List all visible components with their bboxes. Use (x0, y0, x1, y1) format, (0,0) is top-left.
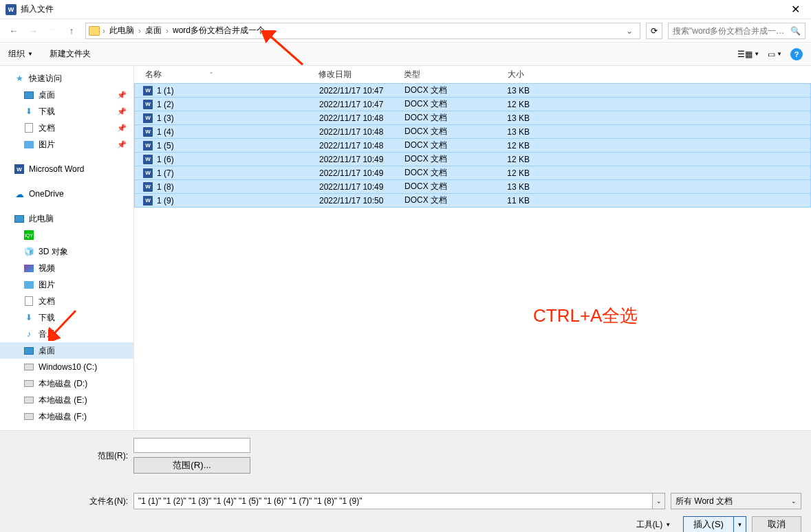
file-row[interactable]: W1 (4)2022/11/17 10:48DOCX 文档13 KB (134, 124, 811, 139)
close-button[interactable]: ✕ (786, 3, 805, 16)
file-row[interactable]: W1 (6)2022/11/17 10:49DOCX 文档12 KB (134, 152, 811, 166)
forward-button[interactable]: → (25, 23, 41, 39)
file-date: 2022/11/17 10:47 (319, 100, 404, 109)
range-button[interactable]: 范围(R)... (133, 457, 250, 474)
file-row[interactable]: W1 (3)2022/11/17 10:48DOCX 文档13 KB (134, 111, 811, 125)
file-date: 2022/11/17 10:48 (319, 113, 404, 123)
insert-split-button: 插入(S) ▼ (683, 516, 746, 532)
folder-icon (89, 26, 100, 36)
title-bar: W 插入文件 ✕ (0, 0, 811, 19)
sidebar-label: 此电脑 (29, 213, 54, 225)
sidebar-item-quickaccess[interactable]: ★ 快速访问 (0, 70, 133, 87)
file-icon: W (142, 181, 154, 192)
breadcrumb[interactable]: › 此电脑 › 桌面 › word多份文档合并成一个 ⌄ (85, 23, 640, 39)
music-icon: ♪ (23, 329, 34, 340)
breadcrumb-item[interactable]: 桌面 (141, 25, 166, 36)
column-name[interactable]: 名称 ˄ (141, 66, 314, 83)
sidebar-item-ddrive[interactable]: 本地磁盘 (D:) (0, 375, 133, 392)
insert-dropdown[interactable]: ▼ (734, 516, 746, 532)
sidebar-item-pictures2[interactable]: 图片 (0, 276, 133, 293)
iqiyi-icon: iQY (24, 230, 34, 240)
sidebar-item-documents[interactable]: 文档 📌 (0, 120, 133, 136)
file-row[interactable]: W1 (1)2022/11/17 10:47DOCX 文档13 KB (134, 83, 811, 98)
sidebar-item-msword[interactable]: W Microsoft Word (0, 161, 133, 177)
drive-icon (24, 413, 34, 420)
tools-menu[interactable]: 工具(L) ▼ (629, 517, 678, 533)
up-button[interactable]: ↑ (63, 23, 80, 39)
pc-icon (14, 215, 24, 223)
sidebar-item-cdrive[interactable]: Windows10 (C:) (0, 359, 133, 375)
file-name: 1 (3) (154, 113, 319, 123)
file-type: DOCX 文档 (404, 112, 487, 124)
range-input[interactable] (133, 438, 250, 453)
sidebar-item-videos[interactable]: 视频 (0, 260, 133, 276)
file-date: 2022/11/17 10:48 (319, 141, 404, 151)
recent-dropdown[interactable]: ﹀ (44, 23, 61, 39)
sidebar-item-fdrive[interactable]: 本地磁盘 (F:) (0, 408, 133, 425)
file-type: DOCX 文档 (404, 140, 487, 151)
filetype-select[interactable]: 所有 Word 文档 ⌄ (671, 493, 801, 509)
sidebar-item-thispc[interactable]: 此电脑 (0, 210, 133, 227)
chevron-down-icon: ⌄ (791, 498, 797, 505)
preview-pane-button[interactable]: ▭ ▼ (768, 49, 782, 59)
file-row[interactable]: W1 (8)2022/11/17 10:49DOCX 文档13 KB (134, 179, 811, 194)
file-row[interactable]: W1 (9)2022/11/17 10:50DOCX 文档11 KB (134, 193, 811, 208)
breadcrumb-item[interactable]: 此电脑 (105, 25, 138, 36)
drive-icon (24, 364, 34, 370)
breadcrumb-item[interactable]: word多份文档合并成一个 (169, 25, 269, 36)
sidebar-item-desktop[interactable]: 桌面 📌 (0, 87, 133, 103)
sidebar-label: 图片 (39, 279, 55, 291)
sidebar-label: 桌面 (39, 345, 55, 357)
new-folder-button[interactable]: 新建文件夹 (50, 48, 91, 60)
file-size: 12 KB (487, 100, 542, 109)
sidebar-item-iqiyi[interactable]: iQY (0, 227, 133, 243)
file-name: 1 (1) (154, 86, 319, 96)
sidebar-item-edrive[interactable]: 本地磁盘 (E:) (0, 392, 133, 408)
download-icon: ⬇ (23, 312, 34, 323)
drive-icon (24, 380, 34, 387)
column-date[interactable]: 修改日期 (314, 66, 400, 83)
file-date: 2022/11/17 10:49 (319, 182, 404, 192)
cancel-button[interactable]: 取消 (752, 516, 801, 532)
sidebar-label: 快速访问 (29, 73, 62, 85)
chevron-down-icon: ▼ (754, 51, 759, 57)
sidebar-label: OneDrive (29, 189, 64, 199)
sidebar-label: 下载 (39, 106, 55, 118)
help-button[interactable]: ? (790, 48, 803, 60)
chevron-down-icon: ▼ (28, 51, 33, 57)
file-row[interactable]: W1 (5)2022/11/17 10:48DOCX 文档12 KB (134, 138, 811, 153)
organize-menu[interactable]: 组织 ▼ (8, 48, 33, 60)
column-size[interactable]: 大小 (482, 66, 537, 83)
refresh-button[interactable]: ⟳ (646, 23, 662, 39)
sidebar-item-pictures[interactable]: 图片 📌 (0, 136, 133, 153)
tools-label: 工具(L) (636, 519, 663, 531)
file-name: 1 (6) (154, 155, 319, 164)
file-icon: W (142, 85, 154, 96)
view-mode-button[interactable]: ☰▦ ▼ (737, 49, 759, 59)
filename-input[interactable] (133, 493, 653, 509)
word-icon: W (14, 164, 24, 174)
breadcrumb-dropdown-icon[interactable]: ⌄ (622, 26, 637, 36)
sidebar-item-3d[interactable]: 🧊 3D 对象 (0, 243, 133, 260)
sidebar-item-desktop2[interactable]: 桌面 (0, 342, 133, 359)
pin-icon: 📌 (117, 107, 127, 116)
column-type[interactable]: 类型 (400, 66, 482, 83)
back-button[interactable]: ← (6, 23, 22, 39)
file-date: 2022/11/17 10:49 (319, 155, 404, 164)
file-icon: W (142, 99, 154, 110)
sidebar-item-downloads[interactable]: ⬇ 下载 📌 (0, 103, 133, 120)
organize-label: 组织 (8, 48, 25, 60)
file-row[interactable]: W1 (2)2022/11/17 10:47DOCX 文档12 KB (134, 97, 811, 111)
search-box[interactable]: 🔍 (668, 23, 805, 39)
file-type: DOCX 文档 (404, 85, 487, 96)
filename-dropdown[interactable]: ⌄ (653, 493, 665, 509)
download-icon: ⬇ (23, 106, 34, 117)
sidebar-label: 本地磁盘 (D:) (39, 378, 87, 390)
sidebar-label: 桌面 (39, 89, 55, 101)
file-icon: W (142, 154, 154, 165)
search-input[interactable] (673, 26, 788, 36)
annotation-text: CTRL+A全选 (533, 304, 638, 328)
insert-button[interactable]: 插入(S) (683, 516, 734, 532)
file-row[interactable]: W1 (7)2022/11/17 10:49DOCX 文档12 KB (134, 166, 811, 180)
sidebar-item-onedrive[interactable]: ☁ OneDrive (0, 186, 133, 202)
